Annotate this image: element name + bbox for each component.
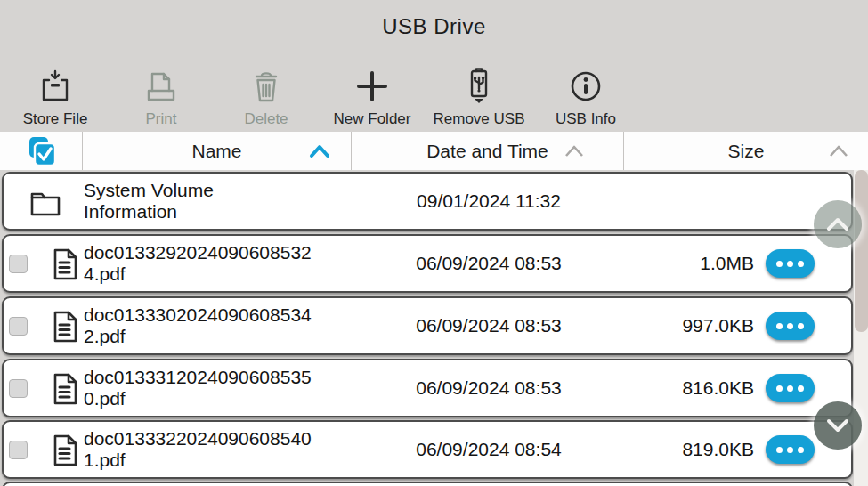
table-row-folder[interactable]: System Volume Information 09/01/2024 11:… <box>2 172 853 231</box>
file-name: doc01332920240906085324.pdf <box>84 242 322 285</box>
row-checkbox[interactable] <box>9 379 28 398</box>
file-datetime: 06/09/2024 08:53 <box>353 253 625 274</box>
document-icon <box>51 433 79 471</box>
file-name: doc01333220240906085401.pdf <box>84 428 322 471</box>
new-folder-button[interactable]: New Folder <box>320 61 424 128</box>
delete-label: Delete <box>244 110 288 128</box>
table-row-partial[interactable] <box>2 482 853 486</box>
file-size: 997.0KB <box>591 315 754 336</box>
folder-icon <box>28 188 62 222</box>
column-header-date[interactable]: Date and Time <box>351 132 623 170</box>
file-datetime: 06/09/2024 08:53 <box>353 315 625 336</box>
file-datetime: 06/09/2024 08:54 <box>353 439 625 460</box>
ellipsis-icon <box>776 447 783 453</box>
column-label-size: Size <box>728 141 765 162</box>
document-icon <box>51 372 79 409</box>
print-button[interactable]: Print <box>118 61 204 128</box>
store-file-label: Store File <box>23 110 88 128</box>
usb-info-icon <box>567 66 604 109</box>
usb-drive-screen: USB Drive Store File Print <box>0 0 868 486</box>
new-folder-label: New Folder <box>334 110 411 128</box>
ellipsis-icon <box>776 385 783 392</box>
file-size: 819.0KB <box>591 439 754 460</box>
file-size: 816.0KB <box>591 377 754 399</box>
toolbar: Store File Print Delete <box>0 55 868 130</box>
store-file-icon <box>37 66 74 109</box>
print-label: Print <box>146 110 177 128</box>
ellipsis-icon <box>776 323 783 329</box>
table-row-file[interactable]: doc01333120240906085350.pdf 06/09/2024 0… <box>2 359 853 417</box>
print-icon <box>142 66 180 109</box>
row-checkbox[interactable] <box>9 317 28 336</box>
table-row-file[interactable]: doc01332920240906085324.pdf 06/09/2024 0… <box>2 234 853 293</box>
document-icon <box>51 247 79 285</box>
folder-name: System Volume Information <box>84 180 262 223</box>
remove-usb-label: Remove USB <box>434 110 525 128</box>
delete-button[interactable]: Delete <box>223 61 310 128</box>
remove-usb-icon <box>460 66 498 109</box>
document-icon <box>51 310 79 347</box>
file-actions-button[interactable] <box>766 374 815 402</box>
file-name: doc01333120240906085350.pdf <box>84 367 322 409</box>
file-actions-button[interactable] <box>766 435 815 464</box>
scrollbar-thumb[interactable] <box>855 170 868 332</box>
table-row-file[interactable]: doc01333220240906085401.pdf 06/09/2024 0… <box>2 420 853 479</box>
sort-asc-icon <box>563 143 586 158</box>
sort-asc-icon <box>827 143 850 158</box>
column-label-date: Date and Time <box>426 141 548 162</box>
titlebar: USB Drive <box>0 0 868 50</box>
store-file-button[interactable]: Store File <box>9 61 101 128</box>
remove-usb-button[interactable]: Remove USB <box>426 61 532 128</box>
chevron-up-icon <box>823 215 852 233</box>
usb-info-label: USB Info <box>556 110 616 128</box>
file-size: 1.0MB <box>591 253 754 274</box>
folder-datetime: 09/01/2024 11:32 <box>353 190 625 212</box>
file-actions-button[interactable] <box>766 249 815 278</box>
select-all-icon <box>23 134 59 168</box>
scroll-up-button[interactable] <box>814 200 862 248</box>
row-checkbox[interactable] <box>9 255 28 273</box>
usb-info-button[interactable]: USB Info <box>543 61 629 128</box>
select-all-button[interactable] <box>0 132 82 170</box>
sort-asc-icon-active <box>308 143 331 158</box>
column-label-name: Name <box>191 141 241 162</box>
delete-icon <box>247 66 285 109</box>
file-actions-button[interactable] <box>766 312 815 340</box>
table-row-file[interactable]: doc01333020240906085342.pdf 06/09/2024 0… <box>2 296 853 355</box>
file-name: doc01333020240906085342.pdf <box>84 304 322 347</box>
file-datetime: 06/09/2024 08:53 <box>353 377 625 399</box>
column-header-name[interactable]: Name <box>82 132 351 170</box>
page-title: USB Drive <box>382 14 486 39</box>
column-header-size[interactable]: Size <box>623 132 868 170</box>
chevron-down-icon <box>823 417 852 434</box>
table-header: Name Date and Time Size <box>0 132 868 170</box>
row-checkbox[interactable] <box>9 441 28 459</box>
ellipsis-icon <box>776 261 783 267</box>
scroll-down-button[interactable] <box>814 401 862 450</box>
new-folder-plus-icon <box>353 66 391 109</box>
